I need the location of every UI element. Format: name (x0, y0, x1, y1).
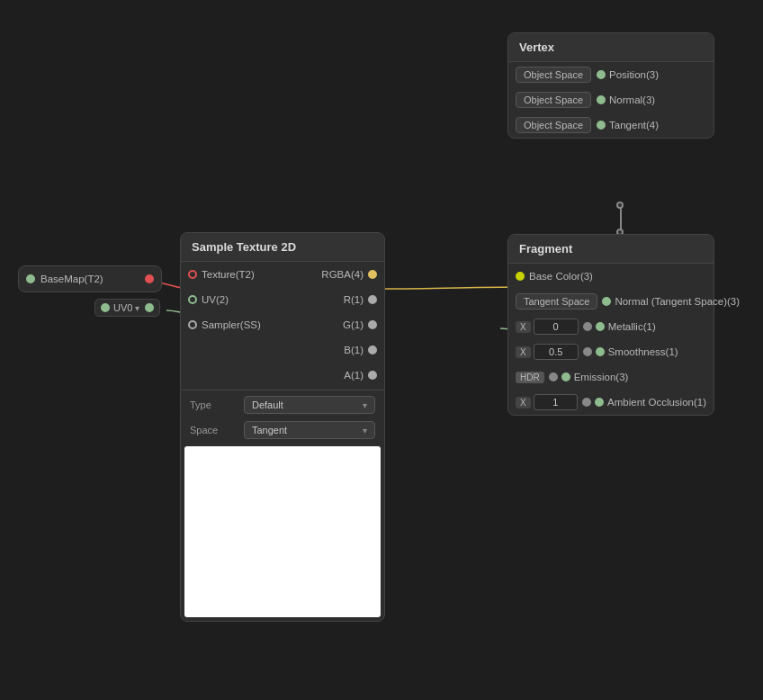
metallic-x-label: X (516, 321, 531, 333)
type-dropdown-arrow: ▾ (363, 400, 367, 410)
vertex-tangent-label: Tangent(4) (609, 120, 706, 130)
vertex-normal-dot (597, 95, 606, 104)
vertex-normal-label: Normal(3) (609, 94, 706, 105)
basemap-output-dot (26, 274, 35, 283)
a-output-label: A(1) (276, 370, 364, 381)
texture-input-label: Texture(T2) (202, 269, 283, 280)
fragment-header: Fragment (508, 235, 714, 264)
space-value: Tangent (252, 425, 287, 435)
smoothness-x-label: X (516, 346, 531, 358)
type-row: Type Default ▾ (181, 392, 384, 417)
connector-dot-top (616, 202, 624, 209)
space-select[interactable]: Tangent ▾ (244, 421, 375, 439)
fragment-normal-dot (602, 297, 611, 306)
ao-value[interactable]: 1 (534, 394, 578, 410)
vertex-position-dot (597, 70, 606, 79)
uv0-input-dot (145, 303, 154, 312)
sample-row-sampler: Sampler(SS) G(1) (181, 312, 384, 337)
vertex-position-label: Position(3) (609, 69, 706, 80)
basemap-label: BaseMap(T2) (40, 274, 139, 284)
sample-row-a: A(1) (181, 363, 384, 388)
uv0-dropdown-arrow[interactable]: ▾ (135, 303, 139, 313)
metallic-input-dot (583, 322, 592, 331)
space-label: Space (190, 425, 244, 435)
emission-input-dot (549, 372, 558, 381)
basemap-input-dot (145, 274, 154, 283)
fragment-smoothness-row: X 0.5 Smoothness(1) (508, 339, 714, 364)
vertex-normal-space[interactable]: Object Space (516, 92, 591, 108)
smoothness-label: Smoothness(1) (608, 346, 706, 357)
smoothness-input-dot (583, 347, 592, 356)
texture-input-dot (188, 270, 197, 279)
vertex-position-space[interactable]: Object Space (516, 67, 591, 83)
sample-row-b: B(1) (181, 337, 384, 363)
sample-texture-header: Sample Texture 2D (181, 233, 384, 262)
type-label: Type (190, 399, 244, 410)
uv-input-label: UV(2) (202, 294, 283, 305)
b-output-label: B(1) (276, 345, 364, 355)
vertex-tangent-dot (597, 121, 606, 130)
smoothness-output-dot (596, 347, 605, 356)
metallic-label: Metallic(1) (608, 321, 706, 332)
rgba-output-label: RGBA(4) (283, 269, 364, 280)
metallic-output-dot (596, 322, 605, 331)
vertex-position-row: Object Space Position(3) (508, 62, 714, 87)
uv-input-dot (188, 295, 197, 304)
r-output-dot (368, 295, 377, 304)
g-output-label: G(1) (283, 319, 364, 330)
emission-output-dot (561, 372, 570, 381)
a-output-dot (368, 371, 377, 380)
rgba-output-dot (368, 270, 377, 279)
emission-label: Emission(3) (574, 372, 706, 382)
fragment-basecolor-row: Base Color(3) (508, 264, 714, 289)
space-dropdown-arrow: ▾ (363, 426, 367, 435)
sampler-input-label: Sampler(SS) (202, 319, 283, 330)
fragment-normal-label: Normal (Tangent Space)(3) (615, 296, 740, 307)
fragment-normal-row: Tangent Space Normal (Tangent Space)(3) (508, 289, 714, 314)
ao-x-label: X (516, 397, 531, 408)
ao-input-dot (582, 398, 591, 407)
hdr-badge: HDR (516, 372, 544, 383)
g-output-dot (368, 320, 377, 329)
ao-output-dot (595, 398, 604, 407)
fragment-ao-row: X 1 Ambient Occlusion(1) (508, 390, 714, 415)
b-output-dot (368, 346, 377, 354)
fragment-emission-row: HDR Emission(3) (508, 364, 714, 390)
sampler-input-dot (188, 320, 197, 329)
r-output-label: R(1) (283, 294, 364, 305)
space-row: Space Tangent ▾ (181, 417, 384, 443)
metallic-value[interactable]: 0 (534, 319, 579, 335)
type-select[interactable]: Default ▾ (244, 396, 375, 414)
vertex-tangent-row: Object Space Tangent(4) (508, 112, 714, 138)
fragment-node: Fragment Base Color(3) Tangent Space Nor… (507, 234, 714, 416)
ao-label: Ambient Occlusion(1) (607, 397, 706, 408)
type-value: Default (252, 399, 283, 410)
fragment-basecolor-label: Base Color(3) (529, 271, 706, 282)
sample-row-texture: Texture(T2) RGBA(4) (181, 262, 384, 287)
texture-preview (184, 446, 381, 617)
vertex-node: Vertex Object Space Position(3) Object S… (507, 32, 714, 139)
fragment-basecolor-input-dot (516, 272, 525, 281)
vertex-normal-row: Object Space Normal(3) (508, 87, 714, 112)
uv0-node: UV0 ▾ (94, 299, 160, 317)
fragment-metallic-row: X 0 Metallic(1) (508, 314, 714, 339)
uv0-label: UV0 (113, 302, 132, 313)
sample-texture-node: Sample Texture 2D Texture(T2) RGBA(4) UV… (180, 232, 385, 622)
vertex-tangent-space[interactable]: Object Space (516, 117, 591, 133)
uv0-output-dot (101, 303, 110, 312)
vertex-header: Vertex (508, 33, 714, 62)
fragment-tangent-space[interactable]: Tangent Space (516, 293, 597, 310)
smoothness-value[interactable]: 0.5 (534, 344, 579, 360)
basemap-node: BaseMap(T2) (18, 265, 162, 292)
sample-row-uv: UV(2) R(1) (181, 287, 384, 312)
